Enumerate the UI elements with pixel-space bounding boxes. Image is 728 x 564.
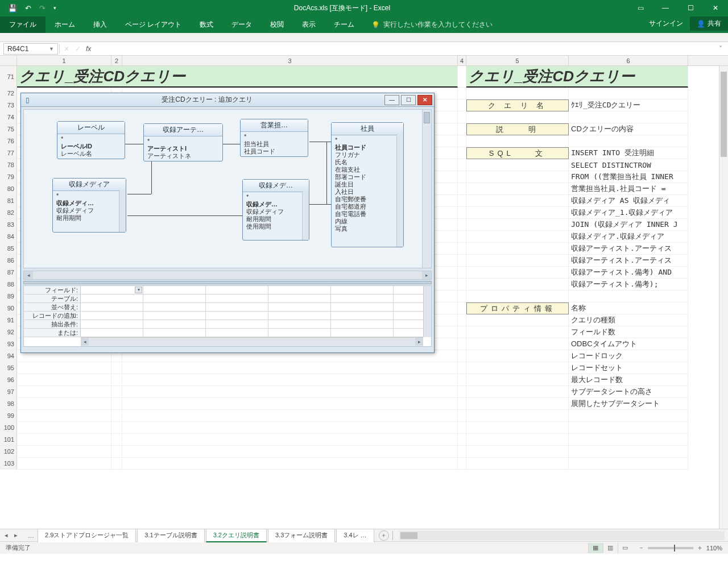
row-header[interactable]: 94 bbox=[0, 350, 17, 362]
redo-icon[interactable]: ↷ bbox=[39, 4, 46, 13]
cell[interactable] bbox=[458, 147, 466, 159]
query-min-icon[interactable]: — bbox=[384, 95, 399, 105]
expand-formula-icon[interactable]: ˅ bbox=[713, 45, 728, 53]
row-header[interactable]: 74 bbox=[0, 111, 17, 123]
row-header[interactable]: 85 bbox=[0, 243, 17, 255]
cell-value[interactable]: 展開したサブデータシート bbox=[569, 398, 688, 410]
cell-value[interactable]: レコードロック bbox=[569, 350, 688, 362]
cell[interactable] bbox=[17, 398, 111, 410]
field-item[interactable]: 収録メデ… bbox=[244, 201, 308, 208]
sheet-vscroll[interactable] bbox=[719, 66, 728, 529]
sheet-tab[interactable]: 3.2クエリ説明書 bbox=[206, 529, 267, 542]
cell-label[interactable] bbox=[466, 338, 569, 350]
qgrid-cell[interactable] bbox=[143, 312, 206, 320]
scroll-left-icon[interactable]: ◂ bbox=[24, 271, 33, 279]
col-header[interactable]: 6 bbox=[569, 56, 688, 65]
cell[interactable] bbox=[111, 458, 122, 470]
cell[interactable] bbox=[17, 422, 111, 434]
cell[interactable] bbox=[122, 398, 458, 410]
cell[interactable] bbox=[122, 386, 458, 398]
cell-label[interactable] bbox=[466, 195, 569, 207]
qgrid-cell[interactable] bbox=[143, 295, 206, 302]
cell-value[interactable]: フィールド数 bbox=[569, 326, 688, 338]
qgrid-cell[interactable] bbox=[268, 303, 331, 311]
tab-insert[interactable]: 挿入 bbox=[84, 16, 116, 33]
cell-label[interactable] bbox=[466, 267, 569, 279]
cell[interactable] bbox=[111, 446, 122, 458]
row-header[interactable]: 91 bbox=[0, 314, 17, 326]
cell[interactable] bbox=[111, 422, 122, 434]
cell-value[interactable] bbox=[569, 135, 688, 147]
cell-label[interactable]: 説 明 bbox=[466, 123, 569, 135]
cell-label[interactable] bbox=[466, 410, 569, 422]
sheet-more[interactable]: … bbox=[24, 532, 38, 539]
field-item[interactable]: 誕生日 bbox=[333, 181, 402, 188]
canvas-hscroll[interactable]: ◂ ▸ bbox=[23, 271, 432, 280]
cell-label[interactable]: ク エ リ 名 bbox=[466, 99, 569, 111]
table-artist[interactable]: 収録アーテ… *アーティストIアーティストネ bbox=[143, 123, 223, 161]
row-header[interactable]: 86 bbox=[0, 255, 17, 267]
cell-value[interactable]: レコードセット bbox=[569, 362, 688, 374]
cell[interactable] bbox=[458, 231, 466, 243]
cell[interactable] bbox=[122, 422, 458, 434]
row-header[interactable]: 71 bbox=[0, 66, 17, 88]
cell-value[interactable]: 営業担当社員.社員コード = bbox=[569, 183, 688, 195]
qgrid-cell[interactable] bbox=[331, 329, 394, 337]
cell-value[interactable]: ODBCタイムアウト bbox=[569, 338, 688, 350]
cell[interactable] bbox=[122, 434, 458, 446]
qgrid-cell[interactable] bbox=[268, 312, 331, 320]
sheet-tab[interactable]: 2.9ストアドプロシージャ一覧 bbox=[38, 529, 136, 542]
qgrid-cell[interactable]: ▾ bbox=[81, 286, 143, 294]
cell[interactable] bbox=[458, 398, 466, 410]
col-header[interactable]: 3 bbox=[122, 56, 458, 65]
qgrid-cell[interactable] bbox=[206, 295, 268, 302]
row-header[interactable]: 82 bbox=[0, 207, 17, 219]
table-media2[interactable]: 収録メデ… *収録メデ…収録メディフ耐用期間使用期間 bbox=[242, 179, 309, 240]
row-header[interactable]: 92 bbox=[0, 326, 17, 338]
cell[interactable] bbox=[458, 99, 466, 111]
qgrid-cell[interactable] bbox=[331, 320, 394, 328]
table-scrollbar[interactable] bbox=[119, 190, 126, 232]
zoom-in-icon[interactable]: ＋ bbox=[697, 544, 703, 552]
cell-value[interactable]: 名称 bbox=[569, 302, 688, 314]
query-design-window[interactable]: ▯ 受注CDクエリー : 追加クエリ — ☐ ✕ レーベル *レーベルIDレーベ… bbox=[20, 93, 435, 353]
cell[interactable] bbox=[122, 374, 458, 386]
cell[interactable] bbox=[458, 195, 466, 207]
row-header[interactable]: 96 bbox=[0, 374, 17, 386]
row-header[interactable]: 102 bbox=[0, 446, 17, 458]
cell-label[interactable] bbox=[466, 279, 569, 291]
cell[interactable] bbox=[458, 434, 466, 446]
row-header[interactable]: 80 bbox=[0, 183, 17, 195]
query-close-icon[interactable]: ✕ bbox=[417, 95, 432, 105]
qgrid-cell[interactable] bbox=[143, 329, 206, 337]
table-scrollbar[interactable] bbox=[302, 191, 309, 240]
row-header[interactable]: 97 bbox=[0, 386, 17, 398]
qgrid-cell[interactable] bbox=[268, 320, 331, 328]
cell[interactable] bbox=[458, 135, 466, 147]
cell[interactable] bbox=[458, 219, 466, 231]
zoom-slider[interactable] bbox=[648, 547, 693, 549]
cell[interactable] bbox=[111, 362, 122, 374]
zoom-out-icon[interactable]: － bbox=[638, 544, 644, 552]
heading-left[interactable]: クエリ_受注CDクエリー bbox=[17, 66, 458, 88]
view-pagebreak-icon[interactable]: ▭ bbox=[618, 543, 632, 553]
col-header[interactable]: 2 bbox=[111, 56, 122, 65]
cell-value[interactable]: INSERT INTO 受注明細 bbox=[569, 147, 688, 159]
cell[interactable] bbox=[122, 458, 458, 470]
cell[interactable] bbox=[458, 243, 466, 255]
cell-value[interactable]: SELECT DISTINCTROW bbox=[569, 159, 688, 171]
field-item[interactable]: 在籍支社 bbox=[333, 166, 402, 173]
cell[interactable] bbox=[458, 422, 466, 434]
cell-label[interactable] bbox=[466, 386, 569, 398]
cell[interactable] bbox=[458, 111, 466, 123]
field-item[interactable]: 社員コード bbox=[333, 144, 402, 151]
tab-view[interactable]: 表示 bbox=[293, 16, 325, 33]
field-item[interactable]: レーベルID bbox=[59, 143, 123, 150]
row-header[interactable]: 75 bbox=[0, 123, 17, 135]
qgrid-cell[interactable] bbox=[268, 286, 331, 294]
table-scrollbar[interactable] bbox=[396, 134, 403, 247]
row-header[interactable]: 101 bbox=[0, 434, 17, 446]
cell-label[interactable] bbox=[466, 326, 569, 338]
cell[interactable] bbox=[111, 386, 122, 398]
tab-file[interactable]: ファイル bbox=[0, 16, 46, 33]
